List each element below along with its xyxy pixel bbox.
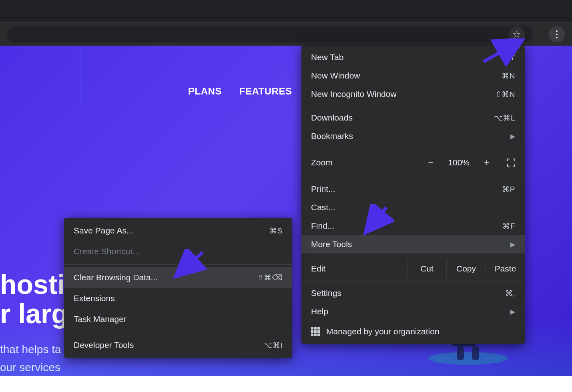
submenu-create-shortcut: Create Shortcut...	[64, 241, 292, 262]
menu-label: New Incognito Window	[311, 89, 397, 99]
svg-point-11	[428, 352, 508, 365]
page-bottom-strip	[0, 376, 572, 392]
menu-label: Help	[311, 307, 328, 316]
submenu-clear-browsing-data[interactable]: Clear Browsing Data... ⇧⌘⌫	[64, 267, 292, 288]
menu-shortcut: ⌘,	[505, 289, 515, 298]
menu-edit-row: Edit Cut Copy Paste	[301, 259, 525, 279]
submenu-extensions[interactable]: Extensions	[64, 288, 292, 309]
menu-shortcut: ⌘T	[502, 53, 515, 62]
zoom-in-button[interactable]: +	[481, 157, 493, 168]
kebab-icon	[556, 30, 558, 38]
menu-label: Bookmarks	[311, 131, 353, 141]
menu-label: Clear Browsing Data...	[74, 273, 158, 282]
menu-shortcut: ⇧⌘⌫	[257, 273, 283, 282]
zoom-out-button[interactable]: −	[425, 157, 437, 168]
menu-new-tab[interactable]: New Tab ⌘T	[301, 48, 525, 66]
menu-find[interactable]: Find... ⌘F	[301, 217, 525, 235]
bookmark-star-icon[interactable]: ☆	[509, 26, 525, 42]
menu-new-window[interactable]: New Window ⌘N	[301, 66, 525, 85]
menu-separator	[301, 106, 525, 106]
menu-label: More Tools	[311, 239, 352, 249]
menu-separator	[301, 177, 525, 177]
svg-rect-17	[457, 346, 464, 360]
menu-separator	[301, 148, 525, 148]
menu-managed-org[interactable]: Managed by your organization	[301, 321, 525, 342]
menu-separator	[64, 264, 292, 265]
menu-label: Settings	[311, 288, 341, 298]
zoom-value: 100%	[448, 158, 470, 167]
nav-features[interactable]: FEATURES	[239, 86, 292, 97]
browser-tab-strip	[0, 0, 572, 22]
edit-cut-button[interactable]: Cut	[407, 259, 446, 279]
submenu-save-page-as[interactable]: Save Page As... ⌘S	[64, 220, 292, 241]
submenu-task-manager[interactable]: Task Manager	[64, 309, 292, 330]
menu-shortcut: ⌘P	[502, 185, 515, 194]
menu-zoom-row: Zoom − 100% +	[301, 151, 525, 175]
menu-separator	[301, 281, 525, 281]
menu-shortcut: ⇧⌘N	[495, 90, 515, 99]
chrome-main-menu: New Tab ⌘T New Window ⌘N New Incognito W…	[301, 46, 525, 344]
svg-rect-16	[472, 346, 479, 360]
more-tools-submenu: Save Page As... ⌘S Create Shortcut... Cl…	[64, 218, 292, 358]
edit-copy-button[interactable]: Copy	[446, 259, 486, 279]
menu-more-tools[interactable]: More Tools ▶	[301, 235, 525, 253]
fullscreen-icon	[507, 158, 516, 167]
menu-label: Print...	[311, 184, 335, 194]
submenu-arrow-icon: ▶	[510, 133, 515, 140]
menu-new-incognito[interactable]: New Incognito Window ⇧⌘N	[301, 85, 525, 103]
submenu-arrow-icon: ▶	[510, 308, 515, 316]
org-grid-icon	[311, 327, 320, 336]
managed-label: Managed by your organization	[326, 327, 440, 336]
circuit-decoration	[0, 46, 120, 106]
menu-label: Task Manager	[74, 314, 126, 324]
menu-label: New Window	[311, 71, 360, 80]
menu-label: New Tab	[311, 52, 343, 62]
edit-label: Edit	[301, 259, 407, 279]
menu-shortcut: ⌘F	[502, 221, 515, 231]
submenu-arrow-icon: ▶	[510, 241, 515, 248]
menu-help[interactable]: Help ▶	[301, 302, 525, 321]
chrome-menu-button[interactable]	[549, 26, 565, 42]
menu-print[interactable]: Print... ⌘P	[301, 180, 525, 198]
nav-plans[interactable]: PLANS	[188, 86, 222, 97]
menu-shortcut: ⌥⌘I	[263, 341, 283, 350]
menu-bookmarks[interactable]: Bookmarks ▶	[301, 127, 525, 145]
menu-shortcut: ⌥⌘L	[494, 113, 515, 123]
menu-shortcut: ⌘N	[502, 71, 515, 80]
submenu-developer-tools[interactable]: Developer Tools ⌥⌘I	[64, 335, 292, 356]
menu-label: Find...	[311, 221, 334, 231]
menu-label: Extensions	[74, 293, 115, 303]
menu-cast[interactable]: Cast...	[301, 198, 525, 217]
fullscreen-button[interactable]	[497, 151, 525, 175]
menu-shortcut: ⌘S	[269, 226, 283, 235]
menu-settings[interactable]: Settings ⌘,	[301, 284, 525, 302]
edit-paste-button[interactable]: Paste	[486, 259, 525, 279]
browser-toolbar: ☆	[0, 22, 572, 46]
menu-label: Create Shortcut...	[74, 247, 140, 256]
zoom-label: Zoom	[301, 158, 421, 167]
address-bar[interactable]: ☆	[7, 26, 533, 42]
menu-separator	[64, 332, 292, 332]
menu-label: Developer Tools	[74, 340, 134, 350]
site-nav: PLANS FEATURES	[188, 86, 292, 97]
menu-label: Downloads	[311, 113, 353, 123]
menu-separator	[301, 256, 525, 256]
menu-label: Cast...	[311, 203, 335, 212]
menu-label: Save Page As...	[74, 226, 133, 235]
menu-downloads[interactable]: Downloads ⌥⌘L	[301, 109, 525, 127]
